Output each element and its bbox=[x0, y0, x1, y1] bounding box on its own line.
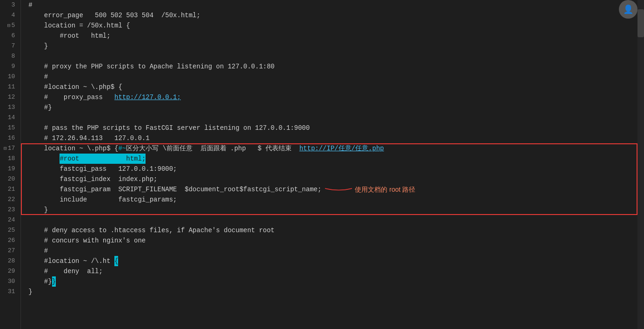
code-segment: fastcgi_param SCRIPT_FILENAME $document_… bbox=[28, 184, 239, 195]
code-segment bbox=[28, 154, 60, 164]
line-number-24: 24 bbox=[4, 215, 17, 225]
line-number-14: 14 bbox=[4, 113, 17, 123]
line-number-11: 11 bbox=[4, 82, 17, 92]
code-line-7: } bbox=[28, 41, 637, 51]
line-number-27: 27 bbox=[4, 246, 17, 256]
code-line-8 bbox=[28, 51, 637, 61]
code-line-14 bbox=[28, 113, 637, 123]
code-segment: error_page 500 502 503 504 /50x.html; bbox=[28, 10, 200, 20]
code-line-11: #location ~ \.php$ { bbox=[28, 82, 637, 92]
line-number-21: 21 bbox=[4, 184, 17, 195]
annotation-root-path: 使用文档的 root 路径 bbox=[355, 184, 415, 195]
line-number-22: 22 bbox=[4, 195, 17, 205]
code-line-29: # deny all; bbox=[28, 266, 637, 276]
code-line-3: # bbox=[28, 0, 637, 10]
line-number-28: 28 bbox=[4, 256, 17, 266]
line-number-25: 25 bbox=[4, 225, 17, 235]
code-line-4: error_page 500 502 503 504 /50x.html; bbox=[28, 10, 637, 20]
code-segment: location ~ \.php$ { bbox=[28, 143, 118, 154]
code-line-17: location ~ \.php$ {#~区分大小写 \前面任意 后面跟着 .p… bbox=[28, 143, 637, 154]
code-line-15: # pass the PHP scripts to FastCGI server… bbox=[28, 123, 637, 133]
line-number-5: 5 bbox=[4, 20, 17, 31]
code-content-area[interactable]: # error_page 500 502 503 504 /50x.html; … bbox=[21, 0, 637, 329]
line-number-29: 29 bbox=[4, 266, 17, 276]
code-segment: # 172.26.94.113 127.0.0.1 bbox=[28, 133, 149, 143]
line-number-26: 26 bbox=[4, 235, 17, 246]
code-segment[interactable]: http://IP/任意/任意.php bbox=[299, 143, 384, 154]
code-line-6: #root html; bbox=[28, 31, 637, 41]
code-segment: #~ bbox=[118, 143, 126, 154]
line-number-12: 12 bbox=[4, 92, 17, 102]
avatar: 👤 bbox=[619, 0, 637, 19]
line-numbers-gutter: 3456789101112131415161718192021222324252… bbox=[0, 0, 21, 329]
code-segment: # bbox=[28, 72, 48, 82]
code-line-16: # 172.26.94.113 127.0.0.1 bbox=[28, 133, 637, 143]
line-number-17: 17 bbox=[4, 143, 17, 154]
code-segment: # concurs with nginx's one bbox=[28, 235, 146, 246]
line-number-10: 10 bbox=[4, 72, 17, 82]
line-number-31: 31 bbox=[4, 287, 17, 297]
line-number-4: 4 bbox=[4, 10, 17, 20]
code-line-5: location = /50x.html { bbox=[28, 20, 637, 31]
line-number-16: 16 bbox=[4, 133, 17, 143]
code-line-26: # concurs with nginx's one bbox=[28, 235, 637, 246]
code-segment: # proxy_pass bbox=[28, 92, 114, 102]
code-line-9: # proxy the PHP scripts to Apache listen… bbox=[28, 61, 637, 72]
code-line-21: fastcgi_param SCRIPT_FILENAME $document_… bbox=[28, 184, 637, 195]
code-segment: #location ~ /\.ht bbox=[28, 256, 114, 266]
code-segment: include fastcgi_params; bbox=[28, 195, 177, 205]
code-segment: location = /50x.html { bbox=[28, 20, 130, 31]
code-segment: } bbox=[28, 287, 32, 297]
code-segment: } bbox=[28, 205, 48, 215]
line-number-6: 6 bbox=[4, 31, 17, 41]
code-segment: fastcgi_pass 127.0.0.1:9000; bbox=[28, 164, 177, 174]
code-line-25: # deny access to .htaccess files, if Apa… bbox=[28, 225, 637, 235]
code-line-31: } bbox=[28, 287, 637, 297]
code-segment: # proxy the PHP scripts to Apache listen… bbox=[28, 61, 274, 72]
line-number-20: 20 bbox=[4, 174, 17, 184]
code-line-19: fastcgi_pass 127.0.0.1:9000; bbox=[28, 164, 637, 174]
code-segment: # pass the PHP scripts to FastCGI server… bbox=[28, 123, 310, 133]
code-segment: #root html; bbox=[60, 154, 146, 164]
code-segment: fastcgi_index index.php; bbox=[28, 174, 157, 184]
code-line-13: #} bbox=[28, 102, 637, 113]
code-segment: 区分大小写 \前面任意 后面跟着 .php $ 代表结束 bbox=[126, 143, 299, 154]
code-line-12: # proxy_pass http://127.0.0.1; bbox=[28, 92, 637, 102]
line-number-7: 7 bbox=[4, 41, 17, 51]
scroll-thumb[interactable] bbox=[637, 9, 644, 37]
code-line-18: #root html; bbox=[28, 154, 637, 164]
code-segment: { bbox=[114, 256, 118, 266]
code-line-30: #}} bbox=[28, 276, 637, 287]
code-segment: #} bbox=[28, 276, 52, 287]
scrollbar[interactable] bbox=[637, 0, 644, 329]
code-line-27: # bbox=[28, 246, 637, 256]
code-line-24 bbox=[28, 215, 637, 225]
code-segment: #root html; bbox=[28, 31, 110, 41]
code-line-28: #location ~ /\.ht { bbox=[28, 256, 637, 266]
line-number-13: 13 bbox=[4, 102, 17, 113]
line-number-9: 9 bbox=[4, 61, 17, 72]
line-number-18: 18 bbox=[4, 154, 17, 164]
code-segment: $fastcgi_script_name; bbox=[239, 184, 321, 195]
code-line-22: include fastcgi_params; bbox=[28, 195, 637, 205]
code-line-20: fastcgi_index index.php; bbox=[28, 174, 637, 184]
line-number-30: 30 bbox=[4, 276, 17, 287]
code-segment: # deny all; bbox=[28, 266, 103, 276]
code-segment[interactable]: http://127.0.0.1; bbox=[114, 92, 181, 102]
code-segment: #} bbox=[28, 102, 52, 113]
code-line-23: } bbox=[28, 205, 637, 215]
line-number-3: 3 bbox=[4, 0, 17, 10]
line-number-23: 23 bbox=[4, 205, 17, 215]
code-segment: # deny access to .htaccess files, if Apa… bbox=[28, 225, 274, 235]
code-line-10: # bbox=[28, 72, 637, 82]
code-segment: } bbox=[28, 41, 48, 51]
line-number-19: 19 bbox=[4, 164, 17, 174]
line-number-8: 8 bbox=[4, 51, 17, 61]
code-editor-wrapper: 3456789101112131415161718192021222324252… bbox=[0, 0, 644, 329]
main-area: 3456789101112131415161718192021222324252… bbox=[0, 0, 637, 329]
line-number-15: 15 bbox=[4, 123, 17, 133]
annotation-arrow bbox=[325, 184, 353, 195]
code-segment: # bbox=[28, 0, 32, 10]
code-segment: #location ~ \.php$ { bbox=[28, 82, 122, 92]
code-segment: } bbox=[52, 276, 56, 287]
